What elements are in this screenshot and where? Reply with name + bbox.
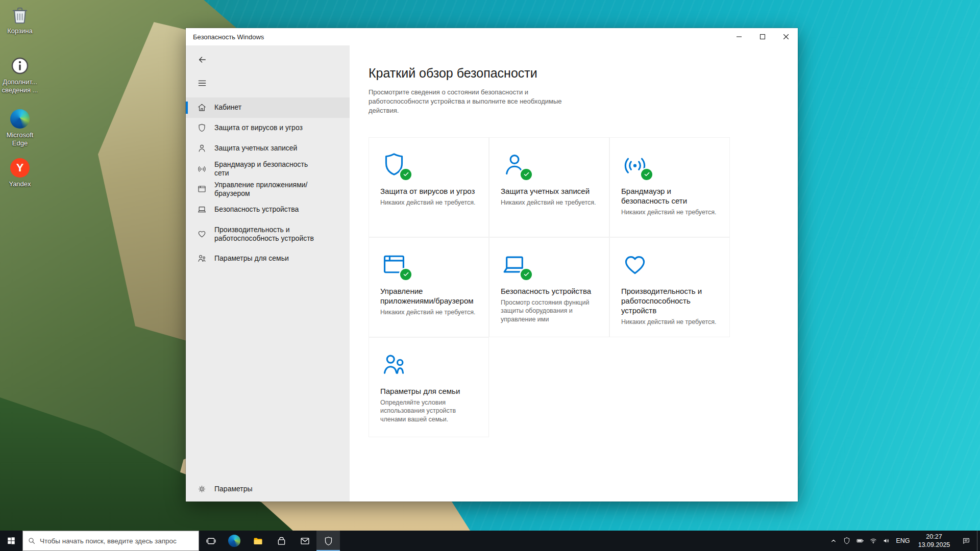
taskbar-icon-mail[interactable]: [293, 531, 316, 551]
tray-network-button[interactable]: [867, 531, 880, 551]
desktop-icon-edge[interactable]: Microsoft Edge: [0, 108, 40, 147]
sidebar-item-label: Управление приложениями/браузером: [214, 181, 324, 198]
tile-firewall-network[interactable]: Брандмауэр и безопасность сети Никаких д…: [609, 137, 730, 237]
tray-expand-button[interactable]: [827, 531, 840, 551]
security-tiles-grid: Защита от вирусов и угроз Никаких действ…: [369, 137, 782, 437]
sidebar-item-device-security[interactable]: Безопасность устройства: [186, 199, 350, 220]
health-heart-icon: [197, 229, 207, 239]
desktop-icon-info[interactable]: Дополнит... сведения ...: [0, 55, 40, 94]
tile-status: Просмотр состояния функций защиты оборуд…: [501, 298, 598, 324]
tile-family-options[interactable]: Параметры для семьи Определяйте условия …: [369, 337, 489, 437]
network-check-icon: [621, 151, 649, 178]
tray-battery-button[interactable]: [853, 531, 867, 551]
clock-time: 20:27: [926, 533, 942, 541]
sidebar-item-settings[interactable]: Параметры: [186, 479, 350, 499]
page-subtitle: Просмотрите сведения о состоянии безопас…: [369, 88, 573, 116]
shield-check-icon: [380, 151, 408, 178]
info-icon: [9, 55, 31, 77]
tray-security-button[interactable]: [840, 531, 853, 551]
desktop-icon-recycle-bin[interactable]: Корзина: [0, 4, 40, 35]
sidebar: Кабинет Защита от вирусов и угроз Защита…: [186, 45, 350, 502]
person-icon: [197, 143, 207, 154]
tile-device-performance[interactable]: Производительность и работоспособность у…: [609, 237, 730, 337]
tile-device-security[interactable]: Безопасность устройства Просмотр состоян…: [489, 237, 609, 337]
battery-icon: [856, 537, 864, 545]
device-icon: [197, 205, 207, 215]
page-title: Краткий обзор безопасности: [369, 66, 782, 81]
sidebar-item-label: Параметры для семьи: [214, 254, 289, 263]
desktop-icon-label: Корзина: [0, 27, 40, 35]
show-desktop-button[interactable]: [977, 531, 980, 551]
tile-title: Параметры для семьи: [380, 386, 477, 396]
maximize-button[interactable]: [751, 28, 774, 45]
green-check-badge: [400, 169, 411, 180]
taskbar-icon-edge[interactable]: [223, 531, 246, 551]
sidebar-item-firewall-network[interactable]: Брандмауэр и безопасность сети: [186, 159, 350, 179]
tile-title: Производительность и работоспособность у…: [621, 286, 718, 315]
tile-app-browser-control[interactable]: Управление приложениями/браузером Никаки…: [369, 237, 489, 337]
task-view-icon: [206, 536, 216, 546]
sidebar-item-label: Защита от вирусов и угроз: [214, 123, 303, 133]
tile-status: Никаких действий не требуется.: [380, 198, 477, 207]
sidebar-item-app-browser-control[interactable]: Управление приложениями/браузером: [186, 179, 350, 199]
close-button[interactable]: [774, 28, 798, 45]
title-bar[interactable]: Безопасность Windows: [186, 28, 798, 45]
taskbar-icon-windows-security[interactable]: [316, 531, 340, 551]
tile-virus-protection[interactable]: Защита от вирусов и угроз Никаких действ…: [369, 137, 489, 237]
green-check-badge: [521, 269, 532, 280]
minimize-button[interactable]: [727, 28, 751, 45]
action-center-button[interactable]: [955, 531, 977, 551]
sidebar-nav: Кабинет Защита от вирусов и угроз Защита…: [186, 97, 350, 269]
back-button[interactable]: [197, 55, 207, 65]
sidebar-item-label: Безопасность устройства: [214, 205, 299, 214]
gear-icon: [197, 484, 207, 494]
green-check-badge: [521, 169, 532, 180]
start-button[interactable]: [0, 531, 22, 551]
tile-status: Никаких действий не требуется.: [380, 308, 477, 317]
health-heart-icon: [621, 251, 649, 278]
sidebar-item-label: Брандмауэр и безопасность сети: [214, 160, 324, 178]
search-icon: [28, 537, 36, 545]
taskbar-icon-file-explorer[interactable]: [246, 531, 270, 551]
taskbar-icon-store[interactable]: [270, 531, 293, 551]
taskbar-clock[interactable]: 20:27 13.09.2025: [913, 531, 955, 551]
sidebar-item-account-protection[interactable]: Защита учетных записей: [186, 138, 350, 159]
language-indicator[interactable]: ENG: [893, 531, 913, 551]
yandex-icon: Y: [9, 157, 31, 179]
clock-date: 13.09.2025: [918, 541, 950, 549]
sidebar-item-device-performance[interactable]: Производительность и работоспособность у…: [186, 220, 350, 248]
device-check-icon: [501, 251, 528, 278]
tile-status: Определяйте условия использования устрой…: [380, 398, 477, 424]
sidebar-item-label: Защита учетных записей: [214, 144, 297, 153]
edge-icon: [9, 108, 31, 130]
taskbar-search[interactable]: [22, 531, 199, 551]
task-view-button[interactable]: [199, 531, 223, 551]
window-title: Безопасность Windows: [186, 33, 727, 41]
sidebar-item-family-options[interactable]: Параметры для семьи: [186, 248, 350, 269]
tile-account-protection[interactable]: Защита учетных записей Никаких действий …: [489, 137, 609, 237]
taskbar: ENG 20:27 13.09.2025: [0, 531, 980, 551]
search-input[interactable]: [40, 537, 194, 545]
sidebar-item-label: Параметры: [214, 485, 253, 494]
tile-title: Защита от вирусов и угроз: [380, 186, 477, 196]
action-center-icon: [962, 537, 970, 545]
tile-title: Безопасность устройства: [501, 286, 598, 296]
main-content: Краткий обзор безопасности Просмотрите с…: [350, 45, 798, 502]
recycle-bin-icon: [9, 4, 31, 26]
desktop-icon-yandex[interactable]: Y Yandex: [0, 157, 40, 188]
person-check-icon: [501, 151, 528, 178]
shield-icon: [197, 123, 207, 133]
sidebar-item-virus-protection[interactable]: Защита от вирусов и угроз: [186, 118, 350, 138]
family-icon: [380, 350, 408, 378]
tray-volume-button[interactable]: [880, 531, 893, 551]
menu-button[interactable]: [197, 78, 207, 88]
mail-icon: [300, 536, 310, 546]
sidebar-item-label: Производительность и работоспособность у…: [214, 226, 324, 243]
folder-icon: [253, 536, 263, 546]
home-icon: [197, 103, 207, 113]
tile-title: Защита учетных записей: [501, 186, 598, 196]
desktop-icon-label: Yandex: [0, 180, 40, 188]
sidebar-item-home[interactable]: Кабинет: [186, 97, 350, 118]
system-tray: ENG 20:27 13.09.2025: [827, 531, 980, 551]
app-window-icon: [197, 184, 207, 194]
